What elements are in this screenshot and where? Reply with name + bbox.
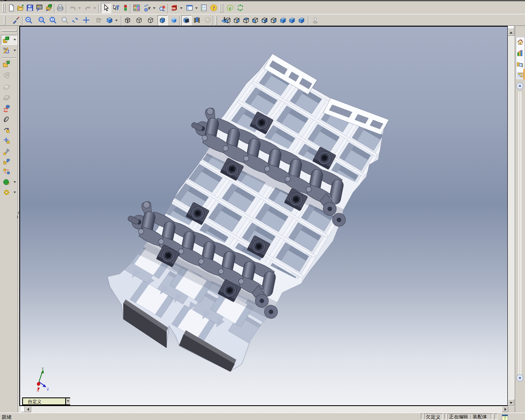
svg-text:Y: Y	[41, 367, 44, 371]
svg-text:X: X	[37, 388, 39, 393]
svg-text:Z: Z	[47, 387, 49, 391]
